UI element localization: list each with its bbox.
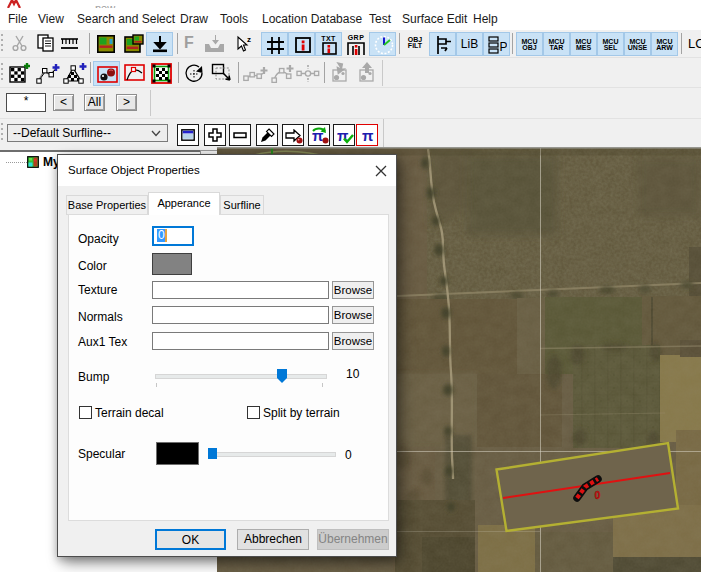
svg-text:P: P — [500, 40, 508, 54]
svg-text:z: z — [247, 35, 251, 44]
svg-text:0: 0 — [595, 489, 601, 501]
